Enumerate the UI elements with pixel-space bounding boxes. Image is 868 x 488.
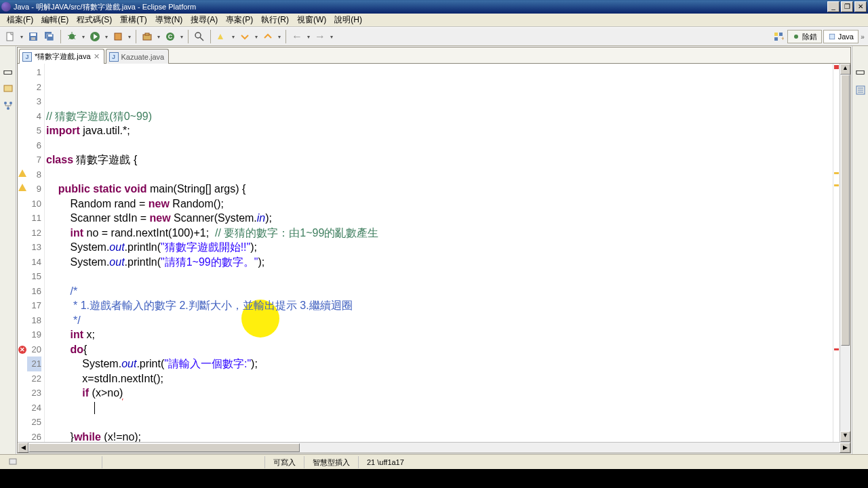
menu-item[interactable]: 搜尋(A) (186, 13, 222, 27)
external-tools-button[interactable] (111, 29, 125, 44)
prev-annotation-button[interactable] (260, 29, 275, 44)
minimize-button[interactable]: _ (827, 1, 840, 12)
code-line[interactable]: System.out.println("請猜1~99的數字。"); (46, 255, 833, 270)
dropdown-icon[interactable]: ▾ (306, 34, 311, 40)
perspective-more-icon[interactable]: » (860, 33, 865, 41)
line-number: 9 (27, 182, 41, 197)
java-file-icon: J (22, 52, 32, 62)
forward-button[interactable]: → (313, 29, 328, 44)
code-line[interactable]: public static void main(String[] args) { (46, 182, 833, 197)
menu-item[interactable]: 檔案(F) (3, 13, 37, 27)
error-marker-icon[interactable]: ✕ (18, 346, 26, 354)
open-perspective-button[interactable]: + (771, 29, 786, 44)
menu-item[interactable]: 視窗(W) (293, 13, 330, 27)
dropdown-icon[interactable]: ▾ (231, 34, 236, 40)
warning-marker-icon[interactable] (18, 184, 26, 191)
letterbox-bottom (0, 469, 868, 488)
package-explorer-icon[interactable] (3, 83, 14, 94)
scrollbar-thumb[interactable] (28, 443, 300, 452)
code-line[interactable]: Scanner stdIn = new Scanner(System.in); (46, 211, 833, 226)
overview-ruler[interactable] (833, 64, 840, 442)
maximize-button[interactable]: ❐ (841, 1, 853, 12)
dropdown-icon[interactable]: ▾ (329, 34, 334, 40)
code-line[interactable]: */ (46, 313, 833, 328)
scroll-right-icon[interactable]: ▶ (840, 443, 850, 453)
code-line[interactable]: if (x>no) (46, 386, 833, 401)
code-line[interactable] (46, 138, 833, 153)
overview-warning-mark[interactable] (834, 184, 839, 186)
dropdown-icon[interactable]: ▾ (19, 34, 24, 40)
scrollbar-thumb[interactable] (841, 75, 850, 346)
code-line[interactable]: int no = rand.nextInt(100)+1; // 要猜的數字：由… (46, 226, 833, 241)
new-button[interactable] (3, 29, 18, 44)
hierarchy-icon[interactable] (3, 100, 14, 111)
menu-item[interactable]: 導覽(N) (151, 13, 187, 27)
perspective-debug[interactable]: 除錯 (787, 30, 822, 43)
overview-error-mark[interactable] (834, 348, 839, 350)
outline-view-icon[interactable] (855, 85, 866, 98)
svg-text:+: + (781, 35, 784, 42)
code-line[interactable]: do{ (46, 342, 833, 357)
dropdown-icon[interactable]: ▾ (156, 34, 161, 40)
code-line[interactable] (46, 401, 833, 415)
code-line[interactable]: import java.util.*; (46, 123, 833, 138)
code-line[interactable] (46, 415, 833, 430)
close-button[interactable]: ✕ (854, 1, 867, 12)
perspective-java[interactable]: Java (823, 30, 859, 43)
dropdown-icon[interactable]: ▾ (81, 34, 86, 40)
line-number: 4 (27, 109, 41, 124)
line-number: 23 (27, 386, 41, 401)
next-annotation-button[interactable] (237, 29, 252, 44)
code-line[interactable]: // 猜數字遊戲(猜0~99) (46, 109, 833, 124)
editor-tab[interactable]: J*猜數字遊戲.java✕ (19, 49, 104, 64)
menu-item[interactable]: 重構(T) (116, 13, 151, 27)
dropdown-icon[interactable]: ▾ (277, 34, 282, 40)
code-line[interactable]: x=stdIn.nextInt(); (46, 371, 833, 386)
menu-item[interactable]: 說明(H) (330, 13, 366, 27)
restore-view-icon[interactable]: ▭ (3, 65, 14, 76)
menu-item[interactable]: 編輯(E) (37, 13, 73, 27)
code-line[interactable]: * 1.遊戲者輸入的數字 2.判斷大小，並輸出提示 3.繼續迴圈 (46, 298, 833, 313)
code-line[interactable]: class 猜數字遊戲 { (46, 152, 833, 167)
save-button[interactable] (26, 29, 41, 44)
code-line[interactable] (46, 269, 833, 284)
save-all-button[interactable] (42, 29, 57, 44)
menu-item[interactable]: 專案(P) (222, 13, 257, 27)
overview-warning-mark[interactable] (834, 172, 839, 174)
code-line[interactable]: int x; (46, 327, 833, 342)
horizontal-scrollbar[interactable]: ◀ ▶ (18, 442, 850, 453)
code-area[interactable]: // 猜數字遊戲(猜0~99)import java.util.*; class… (45, 64, 833, 442)
toggle-mark-button[interactable] (214, 29, 229, 44)
line-number: 20 (27, 342, 41, 357)
editor-body[interactable]: ✕ 12345678910111213141516171819202122232… (18, 64, 850, 442)
run-button[interactable] (87, 29, 102, 44)
warning-marker-icon[interactable] (18, 169, 26, 177)
menu-item[interactable]: 執行(R) (257, 13, 293, 27)
new-package-button[interactable] (140, 29, 155, 44)
line-number: 16 (27, 284, 41, 299)
editor-tab[interactable]: JKazuate.java (106, 49, 170, 64)
debug-button[interactable] (64, 29, 79, 44)
code-line[interactable]: System.out.print("請輸入一個數字:"); (46, 357, 833, 371)
code-line[interactable]: System.out.println("猜數字遊戲開始!!"); (46, 240, 833, 255)
new-class-button[interactable]: C (163, 29, 178, 44)
search-button[interactable] (192, 29, 207, 44)
scroll-up-icon[interactable]: ▲ (840, 64, 850, 75)
code-line[interactable] (46, 167, 833, 182)
dropdown-icon[interactable]: ▾ (127, 34, 132, 40)
close-tab-icon[interactable]: ✕ (94, 52, 100, 61)
status-insert-mode: 智慧型插入 (304, 456, 358, 468)
dropdown-icon[interactable]: ▾ (104, 34, 109, 40)
line-number: 24 (27, 401, 41, 415)
scroll-left-icon[interactable]: ◀ (18, 443, 28, 453)
code-line[interactable]: Random rand = new Random(); (46, 197, 833, 211)
code-line[interactable]: /* (46, 284, 833, 299)
code-line[interactable]: }while (x!=no); (46, 430, 833, 443)
scroll-down-icon[interactable]: ▼ (840, 431, 850, 442)
restore-view-icon[interactable]: ▭ (855, 65, 865, 78)
dropdown-icon[interactable]: ▾ (179, 34, 184, 40)
dropdown-icon[interactable]: ▾ (254, 34, 259, 40)
vertical-scrollbar[interactable]: ▲ ▼ (840, 64, 850, 442)
menu-item[interactable]: 程式碼(S) (73, 13, 116, 27)
back-button[interactable]: ← (290, 29, 304, 44)
